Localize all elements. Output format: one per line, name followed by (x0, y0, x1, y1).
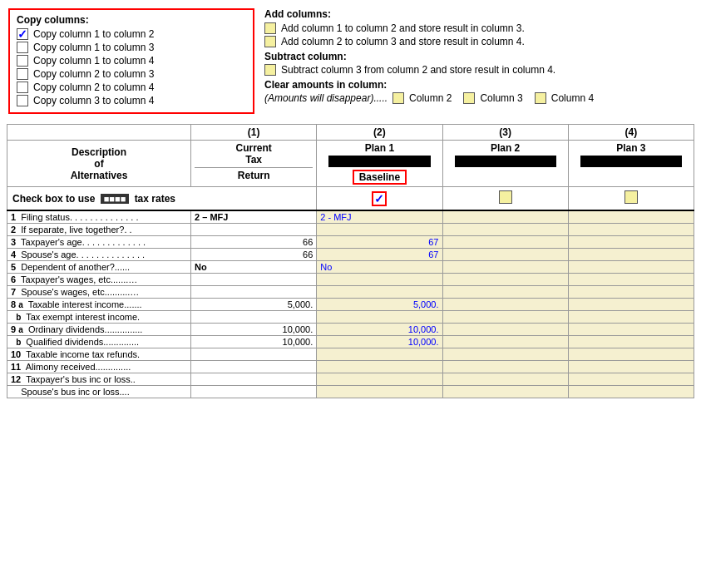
table-row: 11 Alimony received.............. (7, 361, 694, 373)
row3-col1: 66 (191, 236, 317, 249)
table-row: 4 Spouse's age. . . . . . . . . . . . . … (7, 249, 694, 261)
subtract-checkbox[interactable] (264, 64, 276, 76)
row5-col3 (442, 261, 568, 274)
row1-col4 (568, 210, 694, 224)
copy-row-3: Copy column 1 to column 4 (17, 55, 246, 67)
row6-label-cell: 6 Taxpayer's wages, etc.......… (7, 274, 191, 286)
copy-checkbox-5[interactable] (17, 82, 28, 93)
row6-label: Taxpayer's wages, etc.......… (21, 274, 137, 284)
col1-line3: Return (195, 167, 313, 181)
row7-num: 7 (11, 287, 16, 297)
add-checkbox-2[interactable] (264, 36, 276, 47)
row9a-label: Ordinary dividends............... (28, 324, 143, 334)
row7-col2 (317, 286, 442, 299)
table-row: 5 Dependent of another?...... No No (7, 261, 694, 274)
copy-checkbox-4[interactable] (17, 68, 28, 80)
add-row-1: Add column 1 to column 2 and store resul… (264, 22, 693, 34)
row1-col3 (442, 210, 568, 224)
use-checkbox-col3[interactable] (499, 190, 512, 204)
row5-label-cell: 5 Dependent of another?...... (7, 261, 191, 274)
row9a-label-cell: 9 a Ordinary dividends............... (7, 324, 191, 336)
copy-checkbox-3[interactable] (17, 55, 28, 67)
copy-checkbox-6[interactable] (17, 95, 28, 106)
desc-line1: Description (11, 146, 187, 158)
copy-checkbox-1[interactable]: ✓ (17, 28, 28, 40)
row7-col3 (442, 286, 568, 299)
clear-checkbox-col4[interactable] (535, 92, 546, 104)
copy-columns-title: Copy columns: (17, 14, 246, 26)
row4-col3 (442, 249, 568, 261)
col2-num-header: (2) (317, 125, 442, 141)
row2-label: If separate, live together?. . (21, 225, 131, 235)
row1-label: Filing status. . . . . . . . . . . . . . (21, 212, 138, 222)
row8b-col1 (191, 311, 317, 324)
row11-label-cell: 11 Alimony received.............. (7, 361, 191, 373)
row11-col4 (568, 361, 694, 373)
add-label-2: Add column 2 to column 3 and store resul… (281, 36, 525, 47)
clear-checkbox-col2[interactable] (392, 92, 404, 104)
row8a-col2: 5,000. (317, 299, 442, 311)
row1-num: 1 (11, 212, 16, 222)
copy-row-6: Copy column 3 to column 4 (17, 95, 246, 106)
row4-label: Spouse's age. . . . . . . . . . . . . . (21, 250, 145, 259)
row2-label-cell: 2 If separate, live together?. . (7, 224, 191, 236)
row1-col2: 2 - MFJ (317, 210, 442, 224)
row12b-col3 (442, 386, 568, 398)
row3-label: Taxpayer's age. . . . . . . . . . . . . (21, 237, 146, 247)
row10-label: Taxable income tax refunds. (26, 349, 140, 359)
clear-col4-label: Column 4 (551, 92, 594, 104)
row8b-sub: b (16, 313, 21, 322)
desc-line2: of (11, 158, 187, 170)
copy-label-6: Copy column 3 to column 4 (33, 95, 154, 106)
row8a-col3 (442, 299, 568, 311)
col3-black-bar (455, 156, 556, 167)
row2-col4 (568, 224, 694, 236)
row6-col2 (317, 274, 442, 286)
table-row: 7 Spouse's wages, etc..........… (7, 286, 694, 299)
copy-label-4: Copy column 2 to column 3 (33, 68, 154, 80)
clear-checkbox-col3[interactable] (463, 92, 475, 104)
col3-spacer (447, 169, 565, 184)
col3-line1: Plan 2 (447, 142, 565, 154)
row1-label-cell: 1 Filing status. . . . . . . . . . . . .… (7, 210, 191, 224)
row12-col3 (442, 373, 568, 386)
use-checkbox-col4-cell[interactable] (568, 187, 694, 211)
copy-checkbox-2[interactable] (17, 42, 28, 53)
main-data-table: (1) (2) (3) (4) Description of Alternati… (7, 124, 694, 398)
row4-label-cell: 4 Spouse's age. . . . . . . . . . . . . … (7, 249, 191, 261)
clear-title: Clear amounts in column: (264, 79, 693, 91)
use-checkbox-col3-cell[interactable] (442, 187, 568, 211)
row8a-col4 (568, 299, 694, 311)
row8b-col3 (442, 311, 568, 324)
row8a-sub: a (18, 300, 23, 309)
row12b-label: Spouse's bus inc or loss.... (21, 387, 130, 397)
use-checkbox-col4[interactable] (624, 190, 638, 204)
row11-col3 (442, 361, 568, 373)
row9b-col1: 10,000. (191, 336, 317, 348)
row12-col4 (568, 373, 694, 386)
row7-col4 (568, 286, 694, 299)
row9a-num: 9 (11, 324, 16, 334)
row5-col1: No (191, 261, 317, 274)
col1-line1: Current (195, 142, 313, 154)
row8a-label-cell: 8 a Taxable interest income....... (7, 299, 191, 311)
top-options-table: Copy columns: ✓ Copy column 1 to column … (7, 7, 694, 116)
row10-label-cell: 10 Taxable income tax refunds. (7, 348, 191, 361)
table-row: 6 Taxpayer's wages, etc.......… (7, 274, 694, 286)
row9b-label: Qualified dividends.............. (26, 337, 139, 347)
col4-label-header: Plan 3 (568, 141, 694, 187)
add-checkbox-1[interactable] (264, 22, 276, 34)
use-checkbox-col2[interactable]: ✓ (372, 191, 387, 206)
row12b-col4 (568, 386, 694, 398)
row4-col1: 66 (191, 249, 317, 261)
row4-num: 4 (11, 250, 16, 259)
table-row: 1 Filing status. . . . . . . . . . . . .… (7, 210, 694, 224)
col1-label-header: Current Tax Return (191, 141, 317, 187)
row9a-col2: 10,000. (317, 324, 442, 336)
col2-baseline-box: Baseline (353, 170, 407, 185)
table-row: 12 Taxpayer's bus inc or loss.. (7, 373, 694, 386)
row5-label: Dependent of another?...... (21, 262, 130, 272)
col4-num-header: (4) (568, 125, 694, 141)
use-checkbox-col2-cell[interactable]: ✓ (317, 187, 442, 211)
row6-num: 6 (11, 274, 16, 284)
